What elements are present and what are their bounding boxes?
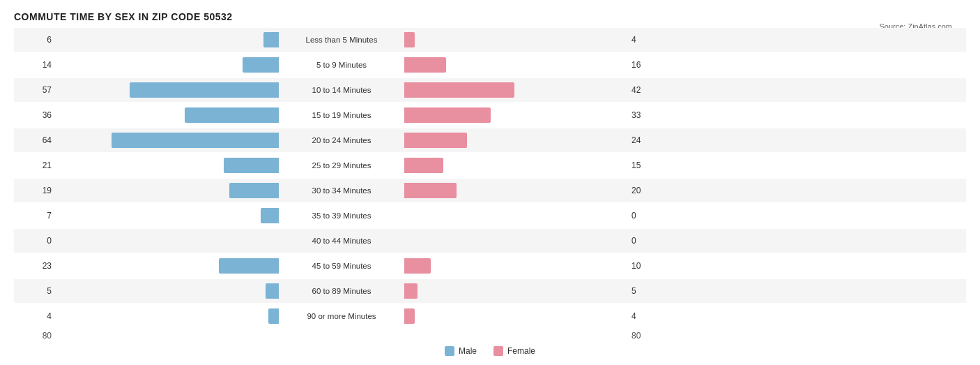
male-value: 14 xyxy=(14,60,56,70)
category-label: 35 to 39 Minutes xyxy=(279,211,404,220)
male-bar xyxy=(261,208,279,223)
female-bar xyxy=(404,183,457,198)
legend-female-label: Female xyxy=(507,346,535,356)
female-value: 0 xyxy=(627,211,662,221)
male-bar xyxy=(219,258,279,274)
female-bar-container xyxy=(404,233,627,248)
male-bar xyxy=(112,133,279,148)
male-bar-container xyxy=(56,233,279,248)
male-bar-container xyxy=(56,258,279,274)
female-value: 33 xyxy=(627,110,662,120)
female-bar-container xyxy=(404,32,627,47)
table-row: 6 Less than 5 Minutes 4 xyxy=(14,28,966,52)
category-label: 15 to 19 Minutes xyxy=(279,111,404,119)
female-bar xyxy=(404,308,415,324)
category-label: 30 to 34 Minutes xyxy=(279,186,404,195)
female-bar-container xyxy=(404,308,627,324)
male-bar xyxy=(263,32,280,47)
legend: Male Female xyxy=(14,346,966,356)
axis-left-label: 80 xyxy=(14,331,56,341)
axis-row: 80 80 xyxy=(14,331,966,341)
table-row: 0 40 to 44 Minutes 0 xyxy=(14,229,966,253)
female-bar-container xyxy=(404,283,627,299)
female-bar-container xyxy=(404,107,627,123)
female-bar xyxy=(404,283,418,299)
male-bar xyxy=(185,107,279,123)
male-bar xyxy=(243,57,280,73)
male-bar xyxy=(268,308,279,324)
female-bar-container xyxy=(404,133,627,148)
male-bar-container xyxy=(56,32,279,47)
male-value: 19 xyxy=(14,186,56,195)
category-label: Less than 5 Minutes xyxy=(279,36,404,44)
category-label: 45 to 59 Minutes xyxy=(279,262,404,270)
table-row: 21 25 to 29 Minutes 15 xyxy=(14,154,966,177)
female-value: 4 xyxy=(627,311,662,321)
male-bar-container xyxy=(56,308,279,324)
male-value: 23 xyxy=(14,261,56,271)
male-value: 4 xyxy=(14,311,56,321)
female-bar xyxy=(404,32,415,47)
male-value: 21 xyxy=(14,161,56,170)
category-label: 5 to 9 Minutes xyxy=(279,61,404,69)
category-label: 90 or more Minutes xyxy=(279,312,404,320)
legend-male: Male xyxy=(445,346,477,356)
female-value: 0 xyxy=(627,236,662,246)
female-bar xyxy=(404,158,443,173)
female-bar-container xyxy=(404,158,627,173)
female-bar-container xyxy=(404,82,627,98)
chart-title: COMMUTE TIME BY SEX IN ZIP CODE 50532 xyxy=(14,11,966,22)
female-bar xyxy=(404,258,431,274)
legend-female: Female xyxy=(493,346,535,356)
male-bar xyxy=(130,82,279,98)
category-label: 20 to 24 Minutes xyxy=(279,136,404,144)
axis-right-label: 80 xyxy=(627,331,662,341)
legend-female-box xyxy=(493,346,503,356)
male-bar xyxy=(266,283,279,299)
female-value: 15 xyxy=(627,161,662,170)
female-value: 5 xyxy=(627,286,662,296)
female-bar xyxy=(404,82,514,98)
female-bar-container xyxy=(404,183,627,198)
male-value: 6 xyxy=(14,35,56,45)
female-bar xyxy=(404,133,467,148)
table-row: 5 60 to 89 Minutes 5 xyxy=(14,279,966,303)
table-row: 19 30 to 34 Minutes 20 xyxy=(14,179,966,202)
table-row: 36 15 to 19 Minutes 33 xyxy=(14,103,966,127)
male-bar xyxy=(224,158,279,173)
female-value: 16 xyxy=(627,60,662,70)
male-bar-container xyxy=(56,57,279,73)
category-label: 40 to 44 Minutes xyxy=(279,237,404,245)
table-row: 4 90 or more Minutes 4 xyxy=(14,304,966,328)
female-bar-container xyxy=(404,57,627,73)
female-bar-container xyxy=(404,208,627,223)
male-bar-container xyxy=(56,183,279,198)
table-row: 64 20 to 24 Minutes 24 xyxy=(14,128,966,152)
table-row: 57 10 to 14 Minutes 42 xyxy=(14,78,966,102)
male-bar-container xyxy=(56,133,279,148)
male-value: 0 xyxy=(14,236,56,246)
female-value: 24 xyxy=(627,135,662,145)
male-bar-container xyxy=(56,107,279,123)
chart-area: 6 Less than 5 Minutes 4 14 5 to 9 Minute… xyxy=(14,28,966,356)
table-row: 23 45 to 59 Minutes 10 xyxy=(14,254,966,278)
category-label: 60 to 89 Minutes xyxy=(279,287,404,295)
female-value: 4 xyxy=(627,35,662,45)
male-bar-container xyxy=(56,82,279,98)
male-value: 5 xyxy=(14,286,56,296)
female-bar-container xyxy=(404,258,627,274)
female-bar xyxy=(404,57,446,73)
male-value: 36 xyxy=(14,110,56,120)
legend-male-box xyxy=(445,346,454,356)
male-value: 57 xyxy=(14,85,56,95)
table-row: 14 5 to 9 Minutes 16 xyxy=(14,53,966,77)
category-label: 10 to 14 Minutes xyxy=(279,86,404,94)
male-bar xyxy=(229,183,279,198)
male-value: 64 xyxy=(14,135,56,145)
female-value: 20 xyxy=(627,186,662,195)
male-bar-container xyxy=(56,283,279,299)
female-value: 10 xyxy=(627,261,662,271)
legend-male-label: Male xyxy=(459,346,477,356)
male-value: 7 xyxy=(14,211,56,221)
female-value: 42 xyxy=(627,85,662,95)
